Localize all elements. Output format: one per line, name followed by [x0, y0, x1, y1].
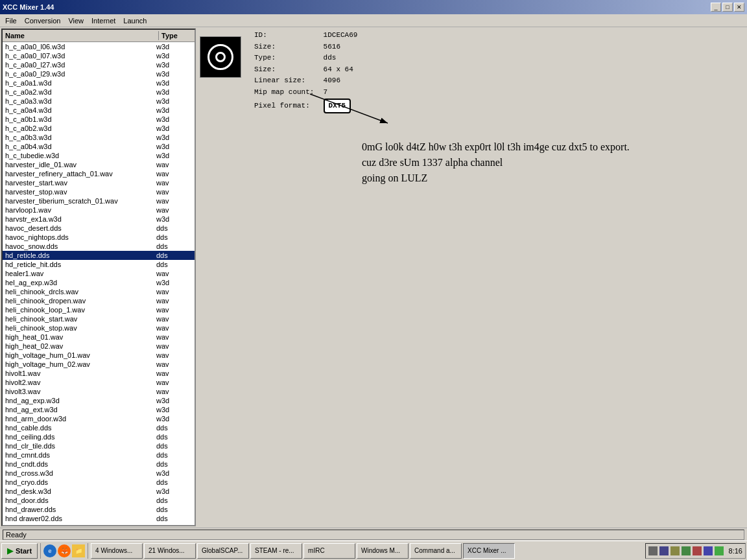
file-row[interactable]: h_c_a0b4.w3dw3d [3, 142, 195, 151]
file-row[interactable]: hivolt1.wavwav [3, 369, 195, 378]
file-name: hivolt1.wav [5, 369, 156, 377]
taskbar-btn-4-windows...[interactable]: 4 Windows... [91, 543, 143, 559]
taskbar-btn-steam---re...[interactable]: STEAM - re... [250, 543, 302, 559]
file-name: h_c_a0a0_l27.w3d [5, 61, 156, 69]
file-type: w3d [156, 43, 192, 51]
file-row[interactable]: high_heat_01.wavwav [3, 332, 195, 342]
quick-launch-ie[interactable]: e [43, 544, 56, 557]
file-row[interactable]: h_c_a0b1.w3dw3d [3, 115, 195, 124]
minimize-button[interactable]: _ [711, 3, 721, 12]
title-bar-text: XCC Mixer 1.44 [3, 3, 54, 11]
menu-item-view[interactable]: View [64, 16, 88, 26]
file-row[interactable]: hivolt3.wavwav [3, 387, 195, 396]
file-name: harvloop1.wav [5, 206, 156, 214]
file-name: healer1.wav [5, 270, 156, 277]
close-button[interactable]: ✕ [734, 3, 744, 12]
file-row[interactable]: h_c_a0a1.w3dw3d [3, 78, 195, 88]
menu-item-launch[interactable]: Launch [119, 16, 150, 26]
file-type: w3d [156, 106, 192, 114]
file-type: dds [156, 433, 192, 441]
file-row[interactable]: hd_reticle_hit.ddsdds [3, 260, 195, 269]
file-row[interactable]: h_c_a0a3.w3dw3d [3, 97, 195, 106]
menu-item-internet[interactable]: Internet [88, 16, 119, 26]
taskbar-btn-xcc-mixer-...[interactable]: XCC Mixer ... [463, 543, 515, 559]
file-row[interactable]: heli_chinook_dropen.wavwav [3, 296, 195, 305]
file-row[interactable]: hnd_ag_exp.w3dw3d [3, 396, 195, 405]
taskbar-btn-command-a...[interactable]: Command a... [410, 543, 462, 559]
file-row[interactable]: hnd_cryo.ddsdds [3, 478, 195, 487]
file-row[interactable]: harvester_stop.wavwav [3, 187, 195, 196]
file-row[interactable]: hnd drawer02.ddsdds [3, 514, 195, 523]
file-row[interactable]: h_c_a0a0_l27.w3dw3d [3, 60, 195, 69]
file-row[interactable]: heli_chinook_drcls.wavwav [3, 287, 195, 296]
comment-text: 0mG lo0k d4tZ h0w t3h exp0rt l0l t3h im4… [362, 139, 744, 186]
file-row[interactable]: harvester_tiberium_scratch_01.wavwav [3, 196, 195, 205]
taskbar-tray: 8:16 [645, 543, 746, 559]
file-row[interactable]: h_c_a0a4.w3dw3d [3, 106, 195, 115]
file-row[interactable]: hnd_cable.ddsdds [3, 423, 195, 432]
file-row[interactable]: hnd_clr_tile.ddsdds [3, 441, 195, 450]
file-type: dds [156, 242, 192, 250]
file-row[interactable]: h_c_a0a0_l07.w3dw3d [3, 51, 195, 60]
file-type: wav [156, 369, 192, 377]
taskbar-btn-mirc[interactable]: mIRC [303, 543, 355, 559]
taskbar-btn-globalscap...[interactable]: GlobalSCAP... [197, 543, 249, 559]
file-type: w3d [156, 70, 192, 78]
file-row[interactable]: harvester_start.wavwav [3, 178, 195, 187]
menu-item-conversion[interactable]: Conversion [21, 16, 65, 26]
taskbar-btn-21-windos...[interactable]: 21 Windos... [144, 543, 196, 559]
file-name: hnd_cmnt.dds [5, 451, 156, 459]
quick-launch-browser[interactable]: 🦊 [58, 544, 71, 557]
menu-item-file[interactable]: File [1, 16, 21, 26]
quick-launch-folder[interactable]: 📁 [72, 544, 85, 557]
maximize-button[interactable]: □ [722, 3, 733, 12]
file-row[interactable]: h_c_a0b3.w3dw3d [3, 133, 195, 142]
file-row[interactable]: hnd_door.ddsdds [3, 496, 195, 505]
file-row[interactable]: h_c_a0a2.w3dw3d [3, 88, 195, 97]
file-row[interactable]: hnd_ceiling.ddsdds [3, 432, 195, 441]
file-row[interactable]: havoc_snow.ddsdds [3, 242, 195, 251]
file-type: w3d [156, 97, 192, 105]
file-row[interactable]: h_c_tubedie.w3dw3d [3, 151, 195, 160]
file-row[interactable]: harvester_refinery_attach_01.wavwav [3, 169, 195, 178]
file-row[interactable]: high_voltage_hum_01.wavwav [3, 351, 195, 360]
file-row[interactable]: h_c_a0a0_l06.w3dw3d [3, 42, 195, 51]
file-row[interactable]: harvstr_ex1a.w3dw3d [3, 215, 195, 224]
file-name: high_heat_01.wav [5, 333, 156, 341]
file-name: h_c_a0a2.w3d [5, 88, 156, 96]
file-row[interactable]: heli_chinook_loop_1.wavwav [3, 305, 195, 314]
file-row[interactable]: hnd_cross.w3dw3d [3, 469, 195, 478]
file-row[interactable]: hnd_cmnt.ddsdds [3, 450, 195, 460]
dimensions-value: 64 x 64 [324, 64, 353, 76]
file-row[interactable]: hnd_ag_ext.w3dw3d [3, 405, 195, 414]
file-row[interactable]: havoc_nightops.ddsdds [3, 233, 195, 242]
file-row[interactable]: hd_reticle.ddsdds [3, 251, 195, 260]
file-row[interactable]: hnd_arm_door.w3dw3d [3, 414, 195, 423]
file-row[interactable]: harvester_idle_01.wavwav [3, 160, 195, 169]
file-type: wav [156, 351, 192, 359]
file-row[interactable]: hel_ag_exp.w3dw3d [3, 278, 195, 287]
file-type: w3d [156, 469, 192, 477]
file-row[interactable]: harvloop1.wavwav [3, 205, 195, 215]
file-row[interactable]: h_c_a0b2.w3dw3d [3, 124, 195, 133]
file-name: h_c_a0a1.w3d [5, 79, 156, 87]
taskbar-btn-windows-m...[interactable]: Windows M... [357, 543, 409, 559]
file-type: w3d [156, 487, 192, 495]
file-name: hnd_cryo.dds [5, 478, 156, 486]
file-row[interactable]: hivolt2.wavwav [3, 378, 195, 387]
file-row[interactable]: hnd_desk.w3dw3d [3, 487, 195, 496]
start-button[interactable]: ▶ Start [1, 543, 38, 559]
title-bar: XCC Mixer 1.44 _ □ ✕ [0, 0, 747, 14]
file-type: wav [156, 379, 192, 386]
file-row[interactable]: healer1.wavwav [3, 269, 195, 278]
file-row[interactable]: high_voltage_hum_02.wavwav [3, 360, 195, 369]
file-row[interactable]: heli_chinook_stop.wavwav [3, 323, 195, 332]
file-row[interactable]: h_c_a0a0_l29.w3dw3d [3, 69, 195, 78]
file-type: wav [156, 342, 192, 350]
file-row[interactable]: heli_chinook_start.wavwav [3, 314, 195, 323]
file-row[interactable]: havoc_desert.ddsdds [3, 224, 195, 233]
file-type: dds [156, 251, 192, 259]
file-row[interactable]: high_heat_02.wavwav [3, 342, 195, 351]
file-row[interactable]: hnd_cndt.ddsdds [3, 460, 195, 469]
file-row[interactable]: hnd_drawer.ddsdds [3, 505, 195, 514]
